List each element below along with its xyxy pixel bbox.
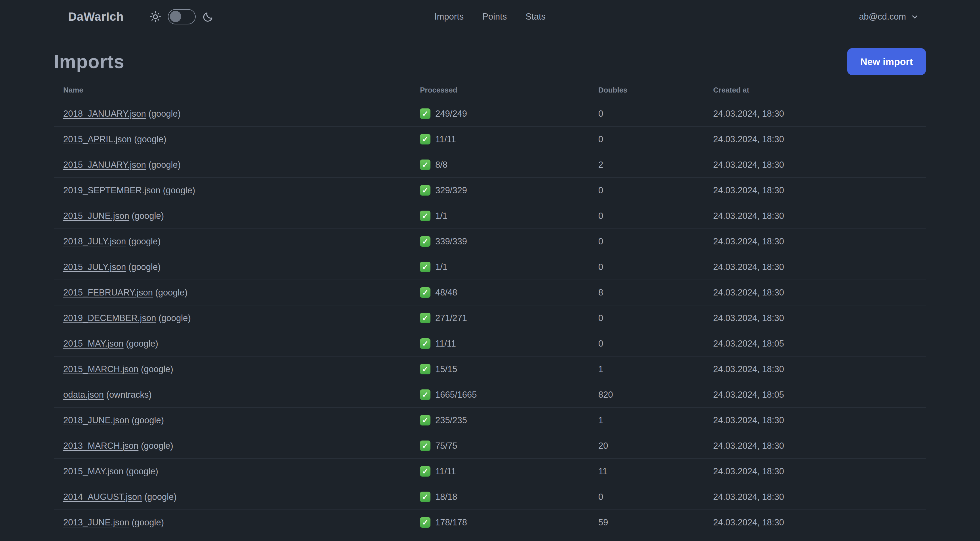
processed-cell: ✓ 178/178: [420, 517, 598, 528]
doubles-count: 1: [598, 364, 713, 374]
processed-cell: ✓ 11/11: [420, 466, 598, 477]
account-menu[interactable]: ab@cd.com: [859, 12, 919, 22]
row-source: (google): [138, 441, 173, 451]
file-link[interactable]: 2015_FEBRUARY.json: [63, 287, 153, 297]
name-cell: 2013_JUNE.json (google): [63, 517, 420, 528]
file-link[interactable]: 2015_MAY.json: [63, 466, 124, 476]
file-link[interactable]: 2019_DECEMBER.json: [63, 313, 156, 323]
file-link[interactable]: 2015_APRIL.json: [63, 134, 132, 144]
created-at: 24.03.2024, 18:30: [713, 415, 926, 426]
processed-count: 249/249: [435, 109, 467, 119]
row-source: (google): [146, 109, 181, 119]
file-link[interactable]: 2018_JANUARY.json: [63, 109, 146, 119]
row-source: (google): [132, 134, 166, 144]
brand-logo[interactable]: DaWarIch: [68, 10, 124, 24]
doubles-count: 0: [598, 313, 713, 323]
table-row: 2015_MAY.json (google) ✓ 11/11 11 24.03.…: [54, 458, 926, 484]
row-source: (google): [124, 338, 158, 349]
doubles-count: 0: [598, 492, 713, 502]
doubles-count: 0: [598, 211, 713, 221]
table-row: 2014_AUGUST.json (google) ✓ 18/18 0 24.0…: [54, 484, 926, 509]
processed-count: 1665/1665: [435, 390, 477, 400]
doubles-count: 0: [598, 236, 713, 247]
table-header: Name Processed Doubles Created at: [54, 77, 926, 101]
file-link[interactable]: 2014_AUGUST.json: [63, 492, 142, 502]
name-cell: 2019_DECEMBER.json (google): [63, 313, 420, 323]
processed-count: 15/15: [435, 364, 457, 374]
name-cell: 2019_SEPTEMBER.json (google): [63, 185, 420, 196]
name-cell: 2018_JULY.json (google): [63, 236, 420, 247]
doubles-count: 0: [598, 134, 713, 144]
created-at: 24.03.2024, 18:30: [713, 109, 926, 119]
check-mark-button-emoji: ✓: [420, 440, 430, 451]
file-link[interactable]: 2018_JUNE.json: [63, 415, 129, 425]
check-mark-button-emoji: ✓: [420, 262, 430, 272]
column-header-doubles: Doubles: [598, 86, 713, 94]
processed-cell: ✓ 11/11: [420, 338, 598, 349]
new-import-button[interactable]: New import: [847, 48, 926, 75]
table-row: 2018_JANUARY.json (google) ✓ 249/249 0 2…: [54, 101, 926, 126]
main-nav: Imports Points Stats: [434, 12, 546, 22]
check-mark-button-emoji: ✓: [420, 466, 430, 477]
table-row: 2015_MAY.json (google) ✓ 11/11 0 24.03.2…: [54, 331, 926, 356]
doubles-count: 1: [598, 415, 713, 426]
row-source: (google): [146, 160, 181, 170]
row-source: (google): [129, 517, 164, 527]
theme-toggle-knob: [170, 11, 181, 22]
name-cell: 2015_MARCH.json (google): [63, 364, 420, 374]
file-link[interactable]: 2013_JUNE.json: [63, 517, 129, 527]
processed-count: 11/11: [435, 134, 456, 144]
created-at: 24.03.2024, 18:30: [713, 466, 926, 477]
created-at: 24.03.2024, 18:30: [713, 492, 926, 502]
file-link[interactable]: 2015_MARCH.json: [63, 364, 138, 374]
nav-link-imports[interactable]: Imports: [434, 12, 464, 22]
sun-icon: [150, 11, 161, 22]
column-header-name: Name: [63, 86, 420, 94]
table-row: 2013_JUNE.json (google) ✓ 178/178 59 24.…: [54, 509, 926, 535]
row-source: (google): [156, 313, 191, 323]
row-source: (google): [153, 287, 188, 297]
nav-link-points[interactable]: Points: [482, 12, 507, 22]
nav-link-stats[interactable]: Stats: [525, 12, 546, 22]
check-mark-button-emoji: ✓: [420, 389, 430, 400]
file-link[interactable]: 2015_JULY.json: [63, 262, 126, 272]
main-content: Imports New import Name Processed Double…: [54, 48, 926, 541]
created-at: 24.03.2024, 18:30: [713, 211, 926, 221]
file-link[interactable]: 2019_SEPTEMBER.json: [63, 185, 161, 195]
file-link[interactable]: 2015_JANUARY.json: [63, 160, 146, 170]
name-cell: 2015_JULY.json (google): [63, 262, 420, 272]
doubles-count: 820: [598, 390, 713, 400]
created-at: 24.03.2024, 18:30: [713, 160, 926, 170]
row-source: (google): [138, 364, 173, 374]
check-mark-button-emoji: ✓: [420, 313, 430, 323]
row-source: (owntracks): [104, 390, 152, 400]
processed-count: 75/75: [435, 441, 457, 451]
navbar: DaWarIch Imports Points Stats ab@cd.com: [0, 0, 980, 34]
row-source: (google): [161, 185, 195, 195]
created-at: 24.03.2024, 18:05: [713, 390, 926, 400]
file-link[interactable]: odata.json: [63, 390, 104, 400]
file-link[interactable]: 2018_JULY.json: [63, 236, 126, 246]
processed-count: 18/18: [435, 492, 457, 502]
processed-cell: ✓ 1/1: [420, 211, 598, 221]
created-at: 24.03.2024, 18:30: [713, 185, 926, 196]
file-link[interactable]: 2015_JUNE.json: [63, 211, 129, 221]
file-link[interactable]: 2013_MARCH.json: [63, 441, 138, 451]
check-mark-button-emoji: ✓: [420, 492, 430, 502]
processed-cell: ✓ 235/235: [420, 415, 598, 426]
name-cell: 2015_MAY.json (google): [63, 338, 420, 349]
account-email: ab@cd.com: [859, 12, 906, 22]
doubles-count: 20: [598, 441, 713, 451]
table-row: 2015_FEBRUARY.json (google) ✓ 48/48 8 24…: [54, 279, 926, 305]
table-row: 2015_APRIL.json (google) ✓ 11/11 0 24.03…: [54, 126, 926, 152]
table-row: 2015_MARCH.json (google) ✓ 15/15 1 24.03…: [54, 356, 926, 382]
processed-cell: ✓ 8/8: [420, 160, 598, 170]
name-cell: 2018_JUNE.json (google): [63, 415, 420, 426]
doubles-count: 0: [598, 185, 713, 196]
chevron-down-icon: [910, 13, 919, 21]
file-link[interactable]: 2015_MAY.json: [63, 338, 124, 349]
table-row: 2015_JANUARY.json (google) ✓ 8/8 2 24.03…: [54, 152, 926, 177]
processed-cell: ✓ 249/249: [420, 109, 598, 119]
theme-toggle[interactable]: [168, 9, 196, 24]
processed-count: 8/8: [435, 160, 447, 170]
